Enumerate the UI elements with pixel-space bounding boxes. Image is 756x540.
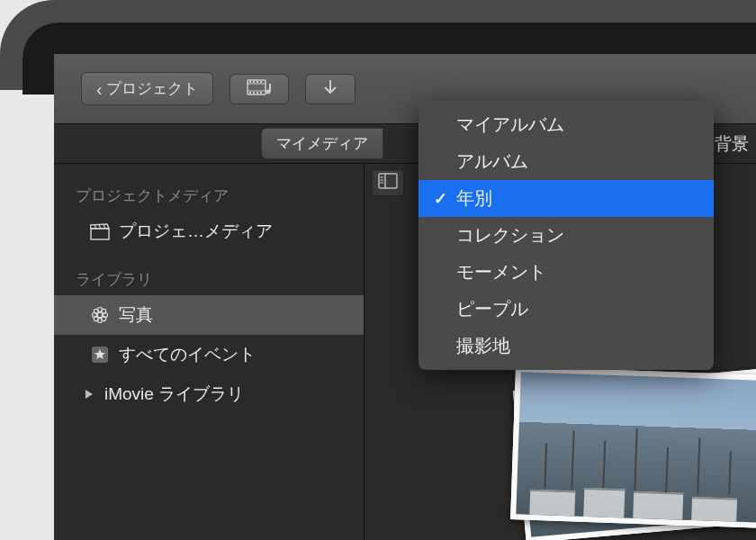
download-arrow-icon [322, 78, 338, 100]
svg-marker-30 [86, 390, 93, 399]
sidebar-item-all-events[interactable]: すべてのイベント [54, 335, 364, 374]
sidebar-heading-library: ライブラリ [54, 264, 364, 295]
star-badge-icon [90, 345, 110, 364]
import-button[interactable] [305, 74, 356, 104]
svg-rect-3 [249, 81, 251, 83]
sidebar-item-imovie-library[interactable]: iMovie ライブラリ [54, 374, 364, 414]
media-library-button[interactable] [230, 74, 289, 104]
sidebar-item-photos[interactable]: 写真 [54, 295, 364, 335]
photo-thumbnail-stack[interactable] [513, 371, 756, 540]
svg-rect-7 [249, 92, 251, 94]
filmstrip-music-icon [247, 78, 272, 100]
menu-item[interactable]: モーメント [418, 254, 714, 291]
menu-item[interactable]: アルバム [418, 143, 714, 180]
svg-rect-4 [253, 81, 255, 83]
menu-item-label: アルバム [456, 149, 528, 174]
menu-item[interactable]: ピープル [418, 291, 714, 328]
thumbnail-front [510, 366, 756, 528]
menu-item-label: ピープル [456, 297, 528, 321]
sidebar: プロジェクトメディア プロジェ…メディア ライブラリ [54, 164, 364, 540]
tab-background[interactable]: 背景 [715, 132, 749, 156]
svg-rect-14 [91, 229, 109, 239]
menu-item-label: マイアルバム [456, 112, 564, 137]
flower-icon [90, 305, 110, 325]
layout-toggle-button[interactable] [372, 169, 404, 196]
menu-item-label: 年別 [456, 186, 492, 211]
menu-item[interactable]: 撮影地 [418, 328, 714, 364]
clapperboard-icon [90, 221, 110, 241]
sidebar-item-label: 写真 [119, 303, 153, 327]
svg-rect-12 [269, 84, 271, 92]
svg-rect-6 [260, 81, 262, 83]
svg-rect-8 [253, 92, 255, 94]
menu-item-label: コレクション [456, 223, 564, 248]
svg-rect-9 [256, 92, 258, 94]
sidebar-item-project-media[interactable]: プロジェ…メディア [54, 212, 364, 251]
sidebar-item-label: プロジェ…メディア [119, 220, 273, 243]
back-button[interactable]: ‹ プロジェクト [81, 72, 213, 105]
tab-my-media[interactable]: マイメディア [261, 128, 383, 159]
menu-item-label: 撮影地 [456, 334, 510, 358]
checkmark-icon: ✓ [431, 189, 449, 209]
sidebar-layout-icon [378, 173, 398, 193]
svg-rect-31 [379, 174, 397, 188]
menu-item-label: モーメント [456, 260, 546, 284]
menu-item[interactable]: マイアルバム [418, 106, 714, 143]
tab-my-media-label: マイメディア [276, 135, 368, 152]
sidebar-item-label: iMovie ライブラリ [104, 382, 244, 406]
sidebar-item-label: すべてのイベント [119, 343, 256, 366]
menu-item[interactable]: コレクション [418, 217, 714, 254]
svg-rect-5 [256, 81, 258, 83]
chevron-left-icon: ‹ [96, 80, 103, 98]
tab-background-label: 背景 [715, 134, 749, 153]
sidebar-heading-project-media: プロジェクトメディア [54, 180, 364, 212]
disclosure-triangle-icon[interactable] [83, 384, 95, 404]
sort-dropdown-menu: マイアルバムアルバム✓年別コレクションモーメントピープル撮影地 [418, 101, 714, 370]
back-button-label: プロジェクト [106, 78, 198, 99]
menu-item[interactable]: ✓年別 [418, 180, 714, 217]
svg-rect-10 [260, 92, 262, 94]
